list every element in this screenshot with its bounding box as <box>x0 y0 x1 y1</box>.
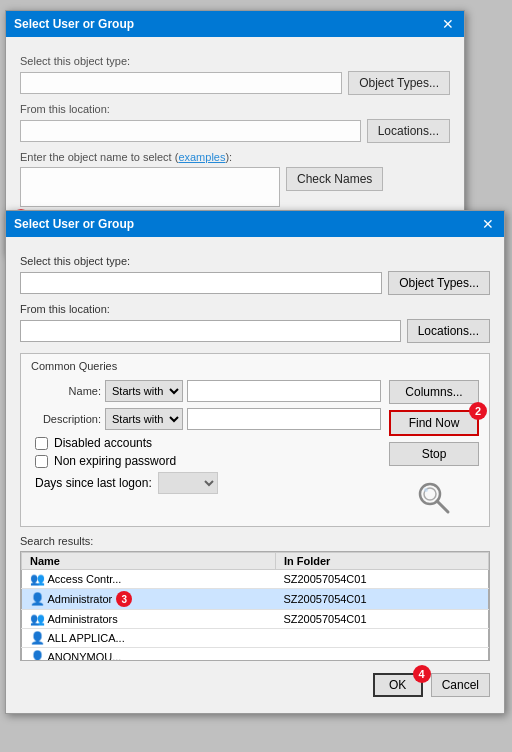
dialog1-object-types-button[interactable]: Object Types... <box>348 71 450 95</box>
days-since-logon-row: Days since last logon: <box>31 472 381 494</box>
right-panel: Columns... Find Now 2 Stop <box>389 380 479 516</box>
row-icon: 👤 <box>30 592 45 606</box>
badge-4: 4 <box>413 665 431 683</box>
results-table: Name In Folder 👥 Access Contr...SZ200570… <box>21 552 489 661</box>
row-icon: 👥 <box>30 612 45 626</box>
col-folder-header: In Folder <box>275 553 488 570</box>
dialog2-titlebar: Select User or Group ✕ <box>6 211 504 237</box>
common-queries-section: Common Queries Name: Starts with Descrip… <box>20 353 490 527</box>
dialog1-location-input[interactable]: SZ20057054C01 <box>20 120 361 142</box>
dialog2-cancel-button[interactable]: Cancel <box>431 673 490 697</box>
common-queries-title: Common Queries <box>31 360 479 372</box>
result-folder-cell: SZ20057054C01 <box>275 610 488 629</box>
result-name-cell: 👤 ALL APPLICA... <box>22 629 276 648</box>
description-query-row: Description: Starts with <box>31 408 381 430</box>
row-icon: 👤 <box>30 650 45 661</box>
table-row[interactable]: 👥 Access Contr...SZ20057054C01 <box>22 570 489 589</box>
non-expiring-password-label: Non expiring password <box>54 454 176 468</box>
search-results-section: Search results: Name In Folder 👥 Access … <box>20 535 490 661</box>
description-filter-input[interactable] <box>187 408 381 430</box>
dialog1-close-button[interactable]: ✕ <box>440 17 456 31</box>
name-filter-input[interactable] <box>187 380 381 402</box>
badge-3: 3 <box>116 591 132 607</box>
dialog2-object-type-input[interactable]: User, Group, or Built-in security princi… <box>20 272 382 294</box>
result-folder-cell <box>275 648 488 662</box>
row-icon: 👥 <box>30 572 45 586</box>
table-row[interactable]: 👥 AdministratorsSZ20057054C01 <box>22 610 489 629</box>
dialog2-title: Select User or Group <box>14 217 134 231</box>
svg-line-2 <box>437 501 448 512</box>
name-query-row: Name: Starts with <box>31 380 381 402</box>
table-row[interactable]: 👤 ANONYMOU... <box>22 648 489 662</box>
dialog1-examples-link[interactable]: examples <box>178 151 225 163</box>
dialog1-title: Select User or Group <box>14 17 134 31</box>
dialog2-object-types-button[interactable]: Object Types... <box>388 271 490 295</box>
stop-button[interactable]: Stop <box>389 442 479 466</box>
result-folder-cell <box>275 629 488 648</box>
dialog1-locations-button[interactable]: Locations... <box>367 119 450 143</box>
disabled-accounts-label: Disabled accounts <box>54 436 152 450</box>
dialog2-locations-button[interactable]: Locations... <box>407 319 490 343</box>
result-folder-cell: SZ20057054C01 <box>275 589 488 610</box>
disabled-accounts-checkbox[interactable] <box>35 437 48 450</box>
results-scroll-area[interactable]: Name In Folder 👥 Access Contr...SZ200570… <box>20 551 490 661</box>
table-row[interactable]: 👤 ALL APPLICA... <box>22 629 489 648</box>
name-label: Name: <box>31 385 101 397</box>
dialog1-location-label: From this location: <box>20 103 450 115</box>
result-name-cell: 👥 Access Contr... <box>22 570 276 589</box>
days-since-logon-label: Days since last logon: <box>35 476 152 490</box>
search-icon-area <box>389 480 479 516</box>
dialog1-check-names-button[interactable]: Check Names <box>286 167 383 191</box>
search-results-label: Search results: <box>20 535 490 547</box>
left-queries-panel: Name: Starts with Description: Starts wi… <box>31 380 381 516</box>
dialog1-object-type-input[interactable]: User, Group, or Built-in security princi… <box>20 72 342 94</box>
dialog2-location-input[interactable]: SZ20057054C01 <box>20 320 401 342</box>
svg-point-3 <box>424 488 428 492</box>
dialog1-name-area[interactable] <box>20 167 280 207</box>
description-label: Description: <box>31 413 101 425</box>
disabled-accounts-row: Disabled accounts <box>31 436 381 450</box>
dialog1-titlebar: Select User or Group ✕ <box>6 11 464 37</box>
row-icon: 👤 <box>30 631 45 645</box>
dialog1-object-type-label: Select this object type: <box>20 55 450 67</box>
dialog1-enter-name-label: Enter the object name to select (example… <box>20 151 450 163</box>
table-row[interactable]: 👤 Administrator3SZ20057054C01 <box>22 589 489 610</box>
dialog2-footer: OK 4 Cancel <box>20 669 490 701</box>
non-expiring-password-row: Non expiring password <box>31 454 381 468</box>
days-since-logon-dropdown[interactable] <box>158 472 218 494</box>
dialog-select-user-group-2: Select User or Group ✕ Select this objec… <box>5 210 505 714</box>
non-expiring-password-checkbox[interactable] <box>35 455 48 468</box>
result-name-cell: 👤 ANONYMOU... <box>22 648 276 662</box>
result-name-cell: 👥 Administrators <box>22 610 276 629</box>
columns-button[interactable]: Columns... <box>389 380 479 404</box>
magnifier-icon <box>416 480 452 516</box>
dialog2-close-button[interactable]: ✕ <box>480 217 496 231</box>
col-name-header: Name <box>22 553 276 570</box>
find-now-button[interactable]: Find Now <box>389 410 479 436</box>
result-name-cell: 👤 Administrator3 <box>22 589 276 610</box>
description-filter-dropdown[interactable]: Starts with <box>105 408 183 430</box>
badge-2: 2 <box>469 402 487 420</box>
dialog2-location-label: From this location: <box>20 303 490 315</box>
dialog2-object-type-label: Select this object type: <box>20 255 490 267</box>
name-filter-dropdown[interactable]: Starts with <box>105 380 183 402</box>
result-folder-cell: SZ20057054C01 <box>275 570 488 589</box>
